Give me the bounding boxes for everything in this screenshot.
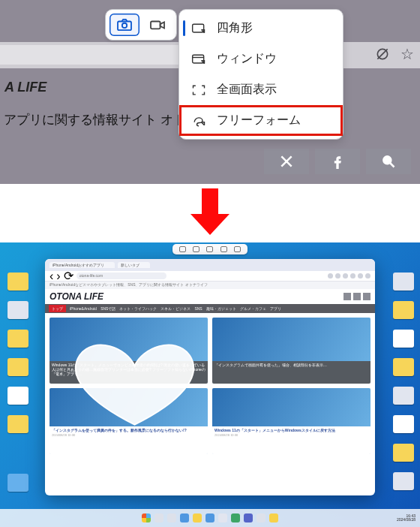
nav-forward-icon[interactable]: ›	[56, 270, 60, 283]
social-search-button[interactable]	[366, 149, 411, 174]
article-thumb	[50, 318, 208, 361]
snip-shape-window-label: ウィンドウ	[217, 51, 277, 67]
article-title: 「インスタグラムを使って満員の件を」する。新作風景になるのなら行かない!?	[52, 428, 206, 432]
desktop-icon[interactable]	[393, 472, 414, 490]
article-thumb	[212, 388, 370, 426]
recycle-bin-icon[interactable]	[8, 474, 28, 492]
ext-icon[interactable]	[335, 273, 340, 279]
taskbar-app-icon[interactable]	[154, 513, 164, 522]
site-logo[interactable]: OTONA LIFE	[50, 291, 104, 302]
snip-shape-fullscreen-label: 全画面表示	[217, 82, 277, 98]
nav-item[interactable]: スキル・ビジネス	[160, 306, 190, 311]
desktop-icon[interactable]	[393, 330, 414, 348]
close-icon	[234, 246, 241, 252]
rectangle-icon	[191, 22, 206, 35]
article-area: Windows 11の「スタート」メニューでコンビニ利用者の約6割は? 現金の使…	[45, 313, 375, 471]
social-facebook-button[interactable]	[315, 149, 360, 174]
desktop-icon[interactable]	[8, 358, 28, 376]
snip-toolbar-mini[interactable]	[172, 244, 248, 254]
search-icon	[381, 154, 396, 169]
window-icon	[191, 53, 206, 66]
snip-shape-rectangle[interactable]: 四角形	[179, 13, 343, 44]
browser-tab-strip: iPhone/Androidおすすめアプリ 新しいタブ	[45, 259, 375, 271]
snip-shape-fullscreen[interactable]: 全画面表示	[179, 74, 343, 105]
taskbar: 16:43 2024/08/28	[0, 509, 420, 527]
snip-mode-camera[interactable]	[110, 14, 140, 36]
article-caption: 「インスタグラムで画面共有を使った」場合、相談部分を非表示…	[212, 361, 370, 384]
page-subtitle: iPhone/Androidなどスマホやタブレット情報、SNS、アプリに関する情…	[45, 282, 375, 289]
browser-tab[interactable]: 新しいタブ	[118, 262, 150, 268]
facebook-icon	[330, 154, 345, 169]
desktop-icon[interactable]	[393, 273, 414, 291]
taskbar-app-icon[interactable]	[244, 513, 253, 522]
taskbar-app-icon[interactable]	[193, 513, 202, 522]
nav-item[interactable]: アプリ	[270, 306, 281, 311]
nav-back-icon[interactable]: ‹	[50, 270, 53, 283]
desktop-icon[interactable]	[8, 301, 28, 319]
article-caption: Windows 11の「スタート」メニューからWindowsスタイルに戻す方法 …	[212, 426, 370, 454]
taskbar-tray[interactable]: 16:43 2024/08/28	[397, 514, 416, 522]
ext-icon[interactable]	[343, 273, 348, 279]
ext-icon[interactable]	[328, 273, 333, 279]
ext-icon[interactable]	[358, 273, 363, 279]
ext-icon[interactable]	[350, 273, 356, 279]
article-card[interactable]: Windows 11の「スタート」メニューからWindowsスタイルに戻す方法 …	[212, 388, 370, 454]
desktop-icon[interactable]	[8, 273, 28, 291]
x-icon[interactable]	[344, 293, 351, 300]
desktop-icon[interactable]	[8, 387, 28, 405]
snip-toolbar	[105, 9, 177, 41]
ext-icon[interactable]	[365, 273, 370, 279]
nav-item[interactable]: トップ	[49, 305, 66, 312]
mode-icon	[220, 246, 227, 252]
article-card[interactable]: 「インスタグラムを使って満員の件を」する。新作風景になるのなら行かない!? 20…	[50, 388, 208, 454]
svg-rect-6	[151, 22, 160, 29]
desktop-icons-right	[393, 273, 414, 490]
desktop-icon[interactable]	[8, 330, 28, 348]
taskbar-app-icon[interactable]	[218, 513, 227, 522]
search-icon[interactable]	[363, 293, 370, 300]
snip-shape-window[interactable]: ウィンドウ	[179, 44, 343, 74]
extension-icon	[375, 47, 390, 62]
favorites-star-icon: ☆	[400, 45, 414, 63]
snip-mode-video[interactable]	[142, 14, 172, 36]
taskbar-app-icon[interactable]	[167, 513, 176, 522]
taskbar-center	[142, 513, 278, 522]
social-button-row	[264, 149, 411, 174]
taskbar-app-icon[interactable]	[231, 513, 240, 522]
article-caption: Windows 11の「スタート」メニューでコンビニ利用者の約6割は? 現金の使…	[50, 361, 208, 384]
desktop-icon[interactable]	[393, 415, 414, 433]
browser-right-icons: ☆	[375, 45, 414, 63]
taskbar-app-icon[interactable]	[269, 513, 278, 522]
nav-item[interactable]: SNS	[194, 306, 202, 311]
arrow-down-icon	[190, 188, 230, 238]
start-button[interactable]	[142, 513, 151, 522]
fullscreen-icon	[191, 83, 206, 97]
article-card[interactable]: 「インスタグラムで画面共有を使った」場合、相談部分を非表示…	[212, 318, 370, 384]
browser-tab[interactable]: iPhone/Androidおすすめアプリ	[50, 262, 115, 268]
browser-window: iPhone/Androidおすすめアプリ 新しいタブ ‹ › ⟳ otona-…	[45, 259, 375, 495]
address-bar[interactable]: otona-life.com	[76, 273, 166, 279]
snip-shape-freeform[interactable]: フリーフォーム	[179, 105, 343, 136]
article-caption: 「インスタグラムを使って満員の件を」する。新作風景になるのなら行かない!? 20…	[50, 426, 208, 454]
nav-item[interactable]: iPhone&Android	[70, 306, 97, 311]
article-card[interactable]: Windows 11の「スタート」メニューでコンビニ利用者の約6割は? 現金の使…	[50, 318, 208, 384]
svg-point-2	[383, 156, 391, 164]
nav-item[interactable]: SNSで話	[100, 306, 116, 311]
desktop-icon[interactable]	[8, 415, 28, 433]
desktop-icon[interactable]	[393, 444, 414, 462]
reload-icon[interactable]: ⟳	[64, 269, 74, 283]
x-icon	[279, 154, 294, 169]
nav-item[interactable]: 趣味・ガジェット	[206, 306, 236, 311]
site-header: OTONA LIFE	[45, 289, 375, 304]
desktop-icon[interactable]	[393, 301, 414, 319]
taskbar-app-icon[interactable]	[256, 513, 266, 522]
social-x-button[interactable]	[264, 149, 309, 174]
nav-item[interactable]: グルメ・カフェ	[240, 306, 266, 311]
desktop-icon[interactable]	[393, 387, 414, 405]
nav-item[interactable]: ネット・ライフハック	[119, 306, 157, 311]
facebook-icon[interactable]	[353, 293, 361, 300]
taskbar-app-icon[interactable]	[206, 513, 214, 522]
desktop-icon[interactable]	[393, 358, 414, 376]
taskbar-date: 2024/08/28	[397, 518, 416, 522]
taskbar-app-icon[interactable]	[180, 513, 189, 522]
